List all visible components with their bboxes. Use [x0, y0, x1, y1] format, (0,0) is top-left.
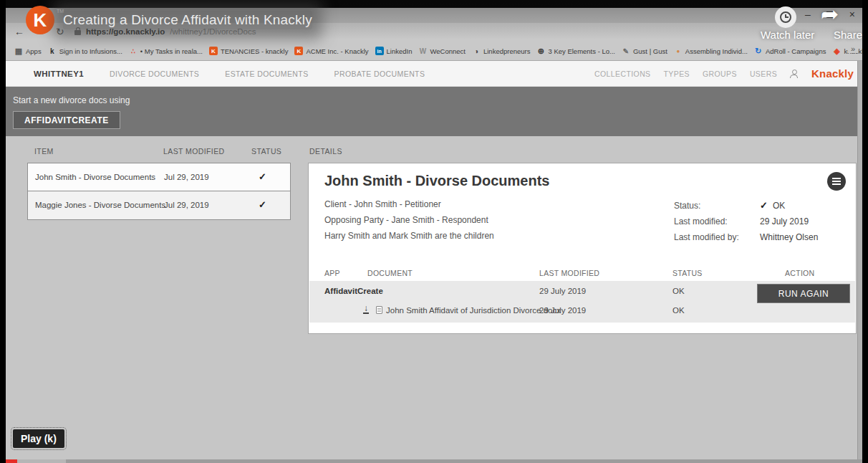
bookmark-3-key-elements[interactable]: ⊕3 Key Elements - Lo...: [536, 47, 614, 55]
new-item-label: Start a new divorce docs using: [13, 95, 130, 105]
details-panel-header: DETAILS: [309, 147, 342, 156]
dot-icon: ●: [674, 47, 683, 55]
browser-window: – × ← → ↻ https://go.knackly.io/whittney…: [6, 0, 862, 463]
watch-later-label[interactable]: Watch later: [761, 29, 814, 41]
bookmark-gust[interactable]: ✎Gust | Gust: [622, 47, 667, 55]
document-column-header: DOCUMENT: [367, 269, 413, 277]
workspace-name[interactable]: WHITTNEY1: [34, 70, 84, 78]
watch-later-clock-icon[interactable]: [775, 6, 796, 28]
app-nav-bar: WHITTNEY1 DIVORCE DOCUMENTS ESTATE DOCUM…: [6, 61, 862, 87]
last-modified-by-value: Whittney Olsen: [760, 232, 818, 242]
bookmark-label: Sign in to Infusions...: [59, 47, 122, 55]
user-account-icon[interactable]: [790, 70, 799, 78]
minimize-button[interactable]: –: [805, 9, 811, 19]
status-label: Status:: [674, 201, 700, 211]
bookmark-label: • My Tasks in reala...: [140, 47, 203, 55]
status-column-header: STATUS: [251, 147, 281, 156]
new-item-band: Start a new divorce docs using AFFIDAVIT…: [6, 87, 862, 136]
adroll-icon: ↻: [754, 47, 763, 55]
last-modified-value: 29 July 2019: [760, 216, 809, 226]
last-modified-by-label: Last modified by:: [674, 232, 739, 242]
bookmark-assembling[interactable]: ●Assembling Individ...: [674, 47, 748, 55]
items-list: John Smith - Divorse Documents Jul 29, 2…: [27, 163, 291, 220]
document-modified: 29 July 2019: [539, 306, 586, 315]
affidavitcreate-button[interactable]: AFFIDAVITCREATE: [13, 111, 120, 129]
share-arrow-icon[interactable]: ➦: [821, 1, 839, 27]
gitlab-icon: ◈: [832, 47, 841, 55]
linkedpreneurs-icon: ◑: [472, 47, 481, 55]
status-value: ✓ OK: [760, 200, 785, 211]
check-icon: ✓: [259, 191, 266, 219]
bookmark-my-tasks[interactable]: ∴• My Tasks in reala...: [129, 47, 203, 55]
knackly-logo[interactable]: Knackly: [811, 67, 854, 80]
nav-divorce-documents[interactable]: DIVORCE DOCUMENTS: [110, 70, 199, 78]
back-icon[interactable]: ←: [14, 26, 24, 37]
tasks-icon: ∴: [129, 47, 138, 55]
clock-icon: [780, 11, 791, 23]
nav-estate-documents[interactable]: ESTATE DOCUMENTS: [225, 70, 308, 78]
bookmark-label: LinkedIn: [387, 47, 413, 55]
document-link[interactable]: John Smith Affidavit of Jurisdiction Div…: [386, 306, 561, 315]
hamburger-icon: [832, 181, 841, 182]
nav-collections[interactable]: COLLECTIONS: [594, 70, 651, 78]
progress-played-segment: [6, 459, 17, 463]
bookmark-sign-in-to-infusions[interactable]: kSign in to Infusions...: [48, 47, 122, 55]
nav-probate-documents[interactable]: PROBATE DOCUMENTS: [334, 70, 425, 78]
nav-users[interactable]: USERS: [750, 70, 777, 78]
download-icon[interactable]: ↓: [363, 305, 369, 314]
progress-remaining-segment: [66, 459, 862, 463]
card-menu-button[interactable]: [827, 172, 846, 191]
bookmark-label: 3 Key Elements - Lo...: [548, 47, 614, 55]
video-progress-bar[interactable]: [6, 459, 862, 463]
item-name: Maggie Jones - Divorse Documents: [35, 191, 165, 219]
bookmarks-overflow-chevron[interactable]: »: [848, 44, 858, 53]
weconnect-icon: W: [419, 47, 428, 55]
children-info-line: Harry Smith and Mark Smith are the child…: [324, 231, 494, 241]
last-modified-column-header: LAST MODIFIED: [539, 269, 599, 277]
details-title: John Smith - Divorse Documents: [324, 173, 550, 189]
close-button[interactable]: ×: [849, 9, 855, 19]
last-modified-label: Last modified:: [674, 216, 728, 226]
item-name: John Smith - Divorse Documents: [35, 163, 155, 191]
app-column-header: APP: [324, 269, 340, 277]
bookmark-label: WeConnect: [430, 47, 466, 55]
bookmark-label: ACME Inc. - Knackly: [306, 47, 368, 55]
list-item-maggie-jones[interactable]: Maggie Jones - Divorse Documents Jul 29,…: [27, 191, 291, 220]
item-modified: Jul 29, 2019: [164, 163, 209, 191]
progress-buffered-segment: [17, 459, 66, 463]
check-icon: ✓: [760, 200, 768, 211]
knackly-k-icon: K: [209, 47, 218, 55]
apps-grid-icon: ▦: [14, 47, 23, 55]
bookmarks-bar: ▦Apps kSign in to Infusions... ∴• My Tas…: [6, 42, 862, 61]
app-name: AffidavitCreate: [324, 287, 383, 295]
nav-groups[interactable]: GROUPS: [703, 70, 737, 78]
opposing-party-info-line: Opposing Party - Jane Smith - Respondent: [324, 215, 488, 225]
video-top-strip: [6, 0, 862, 8]
bookmark-weconnect[interactable]: WWeConnect: [419, 47, 466, 55]
nav-types[interactable]: TYPES: [664, 70, 690, 78]
page-scrollbar[interactable]: [857, 61, 862, 459]
bookmark-acme-knackly[interactable]: KACME Inc. - Knackly: [294, 47, 368, 55]
channel-avatar[interactable]: K: [26, 6, 54, 34]
bookmark-label: Gust | Gust: [633, 47, 667, 55]
bookmark-adroll[interactable]: ↻AdRoll - Campaigns: [754, 47, 826, 55]
bookmark-label: Assembling Individ...: [685, 47, 748, 55]
play-tooltip: Play (k): [13, 429, 64, 448]
pencil-icon: ✎: [622, 47, 630, 55]
bookmark-tenancies-knackly[interactable]: KTENANCIES - knackly: [209, 47, 289, 55]
bookmark-linkedpreneurs[interactable]: ◑Linkedpreneurs: [472, 47, 531, 55]
video-title-link[interactable]: Creating a Divorce Affidavit with Knackl…: [63, 11, 312, 29]
run-status: OK: [672, 287, 685, 295]
bookmark-linkedin[interactable]: inLinkedIn: [375, 47, 413, 55]
action-column-header: ACTION: [785, 269, 814, 277]
status-column-header: STATUS: [672, 269, 703, 277]
knackly-k-icon: K: [294, 47, 303, 55]
document-file-icon: [376, 306, 382, 314]
run-again-button[interactable]: RUN AGAIN: [757, 284, 850, 303]
share-label[interactable]: Share: [834, 29, 862, 41]
last-modified-column-header: LAST MODIFIED: [163, 147, 225, 156]
globe-icon: ⊕: [536, 47, 545, 55]
bookmark-apps[interactable]: ▦Apps: [14, 47, 42, 55]
item-modified: Jul 29, 2019: [164, 191, 209, 219]
list-item-john-smith[interactable]: John Smith - Divorse Documents Jul 29, 2…: [27, 163, 291, 191]
